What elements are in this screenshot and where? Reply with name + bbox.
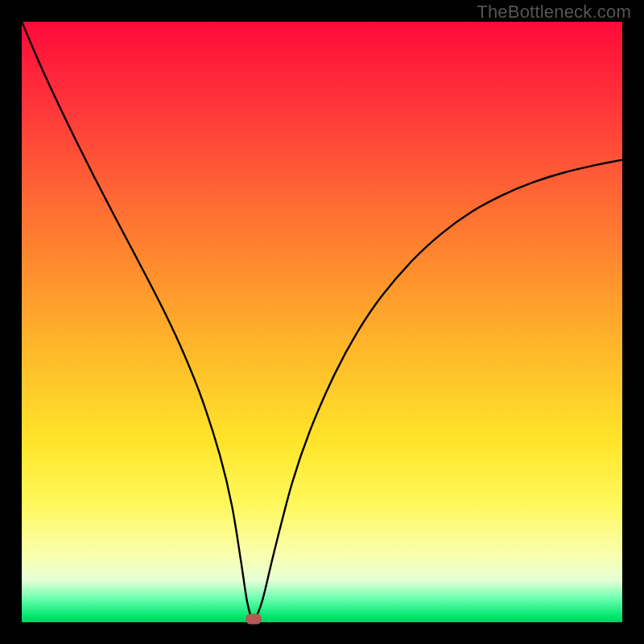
- chart-frame: TheBottleneck.com: [0, 0, 644, 644]
- watermark-text: TheBottleneck.com: [477, 2, 631, 23]
- optimal-marker: [246, 614, 262, 625]
- plot-area: [22, 22, 622, 622]
- bottleneck-curve: [22, 22, 622, 622]
